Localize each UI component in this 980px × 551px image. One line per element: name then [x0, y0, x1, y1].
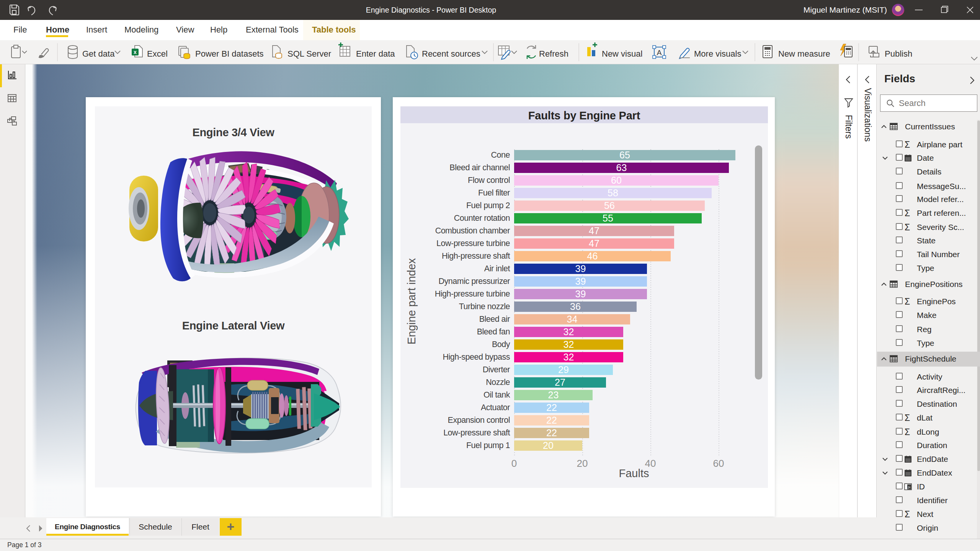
svg-text:A: A — [657, 49, 662, 57]
svg-text:x: x — [134, 49, 137, 55]
svg-text:fx: fx — [908, 485, 911, 489]
